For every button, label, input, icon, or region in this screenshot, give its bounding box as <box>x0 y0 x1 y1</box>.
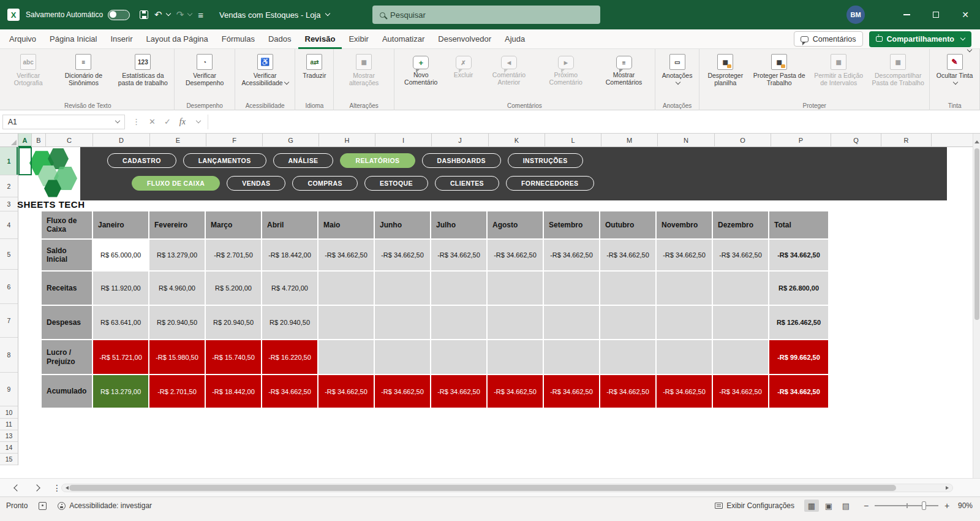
column-header-k[interactable]: K <box>489 134 545 147</box>
display-settings-button[interactable]: Exibir Configurações <box>715 501 794 510</box>
row-label-lucro-prejuizo[interactable]: Lucro / Prejuízo <box>42 340 92 374</box>
ribbon-button-desproteger-planilha[interactable]: ▦Desproteger planilha <box>701 52 749 87</box>
cell-despesas-total[interactable]: R$ 126.462,50 <box>769 306 828 339</box>
cell-despesas-setembro[interactable] <box>544 306 599 339</box>
cell-receitas-marco[interactable]: R$ 5.200,00 <box>206 272 261 305</box>
nav-pill-lancamentos[interactable]: LANÇAMENTOS <box>183 153 266 168</box>
column-header-i[interactable]: I <box>375 134 432 147</box>
table-header-dezembro[interactable]: Dezembro <box>713 211 768 238</box>
column-header-o[interactable]: O <box>715 134 771 147</box>
nav-pill-relatorios[interactable]: RELATÓRIOS <box>340 153 415 168</box>
row-label-acumulado[interactable]: Acumulado <box>42 375 92 408</box>
cell-acumulado-novembro[interactable]: -R$ 34.662,50 <box>657 375 712 408</box>
cell-receitas-agosto[interactable] <box>488 272 543 305</box>
cell-lucro-prejuizo-janeiro[interactable]: -R$ 51.721,00 <box>93 340 148 374</box>
ribbon-button-estatisticas-da-pasta-de-trabalho[interactable]: 123Estatísticas da pasta de trabalho <box>113 52 172 87</box>
horizontal-scrollbar[interactable] <box>61 484 953 492</box>
cell-receitas-total[interactable]: R$ 26.800,00 <box>769 272 828 305</box>
normal-view-icon[interactable]: ▦ <box>804 500 819 512</box>
table-header-junho[interactable]: Junho <box>375 211 430 238</box>
search-input[interactable]: Pesquisar <box>372 6 600 24</box>
cell-receitas-outubro[interactable] <box>600 272 655 305</box>
column-header-n[interactable]: N <box>658 134 715 147</box>
table-header-maio[interactable]: Maio <box>318 211 374 238</box>
row-header-6[interactable]: 6 <box>0 270 18 304</box>
avatar[interactable]: BM <box>846 6 865 24</box>
cell-saldo-inicial-abril[interactable]: -R$ 18.442,00 <box>262 240 317 270</box>
cancel-icon[interactable]: ✕ <box>149 117 156 126</box>
row-header-2[interactable]: 2 <box>0 175 18 197</box>
table-header-abril[interactable]: Abril <box>262 211 317 238</box>
cell-lucro-prejuizo-marco[interactable]: -R$ 15.740,50 <box>206 340 261 374</box>
nav-pill-dashboards[interactable]: DASHBOARDS <box>422 153 501 168</box>
ribbon-tab-desenvolvedor[interactable]: Desenvolvedor <box>431 29 498 49</box>
cell-despesas-agosto[interactable] <box>488 306 543 339</box>
accessibility-status[interactable]: Acessibilidade: investigar <box>58 501 152 510</box>
column-header-a[interactable]: A <box>18 134 32 147</box>
cell-despesas-janeiro[interactable]: R$ 63.641,00 <box>93 306 148 339</box>
cell-saldo-inicial-agosto[interactable]: -R$ 34.662,50 <box>488 240 543 270</box>
row-header-3[interactable]: 3 <box>0 197 18 211</box>
enter-icon[interactable]: ✓ <box>164 117 171 126</box>
column-header-q[interactable]: Q <box>831 134 881 147</box>
row-header-15[interactable]: 15 <box>0 454 18 465</box>
table-header-janeiro[interactable]: Janeiro <box>93 211 148 238</box>
table-header-agosto[interactable]: Agosto <box>488 211 543 238</box>
row-header-8[interactable]: 8 <box>0 338 18 373</box>
cell-lucro-prejuizo-novembro[interactable] <box>657 340 712 374</box>
cell-acumulado-fevereiro[interactable]: -R$ 2.701,50 <box>149 375 205 408</box>
zoom-out-icon[interactable]: − <box>863 501 869 511</box>
column-header-p[interactable]: P <box>771 134 831 147</box>
ribbon-tab-inserir[interactable]: Inserir <box>104 29 139 49</box>
row-header-7[interactable]: 7 <box>0 304 18 338</box>
cell-receitas-setembro[interactable] <box>544 272 599 305</box>
vertical-scrollbar[interactable] <box>973 134 980 478</box>
ribbon-tab-revisao[interactable]: Revisão <box>298 29 342 49</box>
row-header-1[interactable]: 1 <box>0 147 18 175</box>
row-label-despesas[interactable]: Despesas <box>42 306 92 339</box>
cell-saldo-inicial-maio[interactable]: -R$ 34.662,50 <box>318 240 374 270</box>
ribbon-button-mostrar-comentarios[interactable]: ≡Mostrar Comentários <box>595 52 653 86</box>
cell-saldo-inicial-julho[interactable]: -R$ 34.662,50 <box>431 240 486 270</box>
column-header-l[interactable]: L <box>545 134 601 147</box>
row-label-saldo-inicial[interactable]: Saldo Inicial <box>42 240 92 270</box>
cell-lucro-prejuizo-junho[interactable] <box>375 340 430 374</box>
horizontal-scroll-thumb[interactable] <box>69 485 896 491</box>
nav-pill-clientes[interactable]: CLIENTES <box>435 176 499 191</box>
document-title[interactable]: Vendas com Estoques - Loja <box>219 10 330 20</box>
cell-despesas-marco[interactable]: R$ 20.940,50 <box>206 306 261 339</box>
column-header-f[interactable]: F <box>206 134 263 147</box>
cell-lucro-prejuizo-maio[interactable] <box>318 340 374 374</box>
cell-despesas-fevereiro[interactable]: R$ 20.940,50 <box>149 306 205 339</box>
cell-acumulado-maio[interactable]: -R$ 34.662,50 <box>318 375 374 408</box>
row-header-9[interactable]: 9 <box>0 373 18 406</box>
cell-receitas-dezembro[interactable] <box>713 272 768 305</box>
column-header-g[interactable]: G <box>263 134 319 147</box>
row-header-11[interactable]: 11 <box>0 419 18 430</box>
cell-lucro-prejuizo-setembro[interactable] <box>544 340 599 374</box>
nav-pill-vendas[interactable]: VENDAS <box>227 176 285 191</box>
cell-despesas-maio[interactable] <box>318 306 374 339</box>
column-header-m[interactable]: M <box>601 134 658 147</box>
comments-button[interactable]: Comentários <box>794 31 863 47</box>
cell-acumulado-marco[interactable]: -R$ 18.442,00 <box>206 375 261 408</box>
customize-toolbar-icon[interactable]: ≡ <box>198 10 203 20</box>
table-header-setembro[interactable]: Setembro <box>544 211 599 238</box>
cell-saldo-inicial-setembro[interactable]: -R$ 34.662,50 <box>544 240 599 270</box>
cell-lucro-prejuizo-outubro[interactable] <box>600 340 655 374</box>
column-header-d[interactable]: D <box>93 134 150 147</box>
cell-lucro-prejuizo-fevereiro[interactable]: -R$ 15.980,50 <box>149 340 205 374</box>
ribbon-tab-dados[interactable]: Dados <box>262 29 298 49</box>
nav-pill-fluxo-de-caixa[interactable]: FLUXO DE CAIXA <box>132 176 220 191</box>
cell-saldo-inicial-novembro[interactable]: -R$ 34.662,50 <box>657 240 712 270</box>
table-header-novembro[interactable]: Novembro <box>657 211 712 238</box>
ribbon-button-novo-comentario[interactable]: +Novo Comentário <box>396 52 446 86</box>
cell-receitas-julho[interactable] <box>431 272 486 305</box>
ribbon-tab-automatizar[interactable]: Automatizar <box>375 29 431 49</box>
cell-despesas-dezembro[interactable] <box>713 306 768 339</box>
scroll-up-icon[interactable] <box>974 138 979 143</box>
formula-input[interactable] <box>208 115 971 129</box>
undo-icon[interactable]: ↶ <box>154 9 170 20</box>
nav-pill-estoque[interactable]: ESTOQUE <box>364 176 428 191</box>
autosave-toggle[interactable] <box>108 10 130 20</box>
